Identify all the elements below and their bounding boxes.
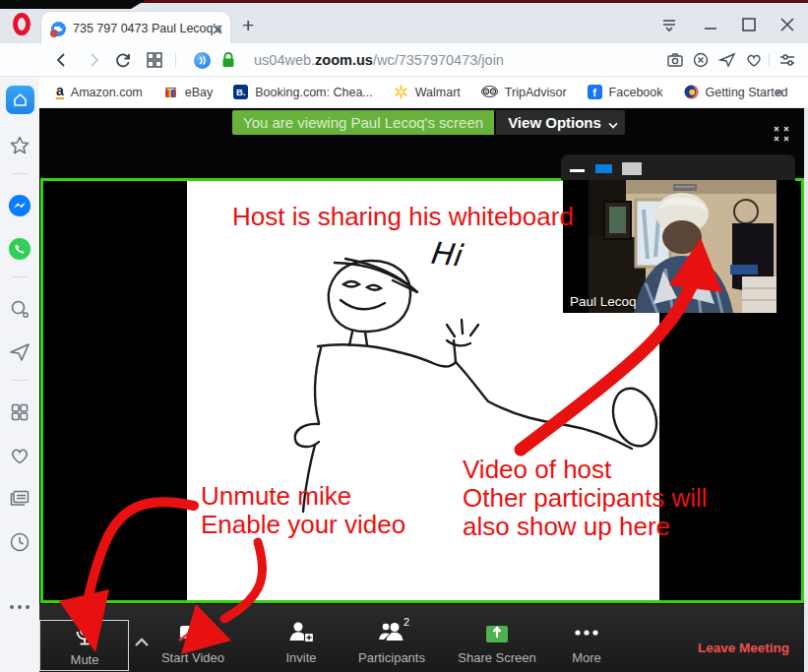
start-video-label: Start Video (161, 650, 224, 665)
background-window-fragment (0, 0, 146, 9)
sidebar-favorites-heart-icon[interactable] (8, 444, 31, 467)
participant-name-label: Paul Lecoq (570, 294, 637, 309)
zoom-toolbar: Mute Start Video Invite 2 (39, 603, 808, 672)
bookmark-label: TripAdvisor (505, 86, 567, 99)
bookmark-getting-started[interactable]: Getting Started (684, 85, 788, 99)
divider (12, 276, 28, 277)
invite-person-icon (287, 620, 315, 645)
amazon-icon: a (56, 85, 64, 99)
firefox-icon (684, 85, 699, 99)
url-path: /wc/7357970473/join (373, 52, 504, 68)
webcam-video-image (589, 180, 777, 313)
sidebar-search-icon[interactable] (8, 297, 31, 321)
participant-video-tile[interactable]: Paul Lecoq (563, 180, 795, 313)
invite-label: Invite (285, 650, 316, 665)
easy-setup-sliders-icon[interactable] (777, 50, 797, 70)
sidebar-whatsapp-icon[interactable] (8, 237, 31, 261)
view-options-button[interactable]: View Options (496, 110, 625, 135)
participants-label: Participants (358, 650, 425, 665)
walmart-icon (394, 85, 408, 99)
reload-icon[interactable] (113, 50, 133, 70)
share-screen-icon (484, 620, 510, 645)
bookmark-facebook[interactable]: f Facebook (588, 85, 663, 99)
secure-lock-icon[interactable] (220, 51, 236, 69)
tab-zoom-meeting[interactable]: 735 797 0473 Paul Lecoq's (41, 12, 230, 46)
back-icon[interactable] (52, 50, 72, 70)
more-button[interactable]: More (541, 620, 632, 672)
view-options-label: View Options (508, 114, 601, 131)
minimize-button[interactable] (701, 15, 720, 34)
forward-icon[interactable] (84, 50, 103, 70)
tab-menu-icon[interactable] (659, 15, 679, 34)
more-dots-icon (572, 620, 601, 645)
microphone-icon (74, 620, 95, 647)
facebook-icon: f (588, 85, 602, 99)
sidebar-news-icon[interactable] (8, 487, 31, 511)
maximize-button[interactable] (739, 15, 759, 34)
bookmark-tripadvisor[interactable]: TripAdvisor (481, 86, 567, 99)
leave-meeting-button[interactable]: Leave Meeting (679, 641, 808, 655)
bookmark-amazon[interactable]: a Amazon.com (56, 85, 143, 99)
participants-button[interactable]: 2 Participants (346, 620, 437, 672)
minimize-thumbnails-icon[interactable] (570, 169, 585, 172)
bookmark-label: Walmart (415, 86, 461, 99)
sidebar-my-flow-icon[interactable] (8, 340, 31, 364)
tripadvisor-icon (481, 86, 498, 98)
ad-blocker-icon[interactable] (691, 50, 711, 70)
bookmarks-overflow-button[interactable]: » (776, 83, 783, 99)
url-domain: zoom.us (315, 52, 373, 68)
bookmark-heart-icon[interactable] (744, 50, 764, 70)
start-video-button[interactable]: Start Video (148, 620, 238, 672)
bookmark-booking[interactable]: B. Booking.com: Chea... (233, 85, 373, 99)
ebay-icon (163, 85, 178, 99)
my-flow-icon[interactable] (717, 50, 737, 70)
bookmark-label: Booking.com: Chea... (255, 86, 373, 99)
divider (12, 380, 28, 381)
participants-count-badge: 2 (404, 616, 409, 628)
mute-label: Mute (71, 652, 99, 667)
new-tab-button[interactable]: + (242, 15, 254, 35)
sidebar-speed-dial-button[interactable] (6, 86, 34, 114)
share-screen-label: Share Screen (458, 650, 536, 665)
divider (175, 53, 176, 67)
video-camera-slash-icon (177, 620, 209, 645)
address-bar: us04web.zoom.us/wc/7357970473/join (0, 43, 808, 77)
sidebar-history-clock-icon[interactable] (8, 530, 31, 554)
tab-bar: 735 797 0473 Paul Lecoq's + (0, 3, 808, 43)
fullscreen-icon[interactable] (773, 125, 790, 143)
chevron-down-icon (608, 119, 617, 128)
viewing-banner: You are viewing Paul Lecoq's screen View… (232, 110, 625, 135)
url-text[interactable]: us04web.zoom.us/wc/7357970473/join (254, 52, 504, 68)
mute-button[interactable]: Mute (39, 620, 130, 672)
bookmark-label: eBay (185, 86, 214, 99)
snapshot-camera-icon[interactable] (665, 50, 685, 70)
sidebar-more-dots-icon[interactable] (10, 605, 30, 609)
sidebar-messenger-icon[interactable] (8, 194, 31, 217)
browser-window: 735 797 0473 Paul Lecoq's + (0, 0, 808, 672)
more-label: More (572, 650, 601, 665)
invite-button[interactable]: Invite (256, 620, 346, 672)
thumbnail-view-active-icon[interactable] (595, 164, 612, 173)
bookmark-label: Facebook (609, 86, 663, 99)
opera-sidebar (0, 77, 39, 672)
divider (769, 53, 770, 67)
share-screen-button[interactable]: Share Screen (452, 620, 542, 672)
large-view-icon[interactable] (622, 162, 642, 175)
video-panel-controls (561, 154, 795, 180)
booking-icon: B. (233, 85, 248, 99)
bookmark-ebay[interactable]: eBay (163, 85, 214, 99)
close-button[interactable] (777, 15, 797, 34)
bookmark-walmart[interactable]: Walmart (394, 85, 461, 99)
whiteboard-hi-text: Hi (427, 234, 463, 273)
start-page-tiles-icon[interactable] (145, 50, 164, 70)
tab-close-icon[interactable] (209, 21, 226, 38)
sidebar-bookmarks-star-icon[interactable] (8, 134, 31, 157)
viewing-banner-text: You are viewing Paul Lecoq's screen (232, 110, 494, 135)
extension-badge-icon[interactable] (194, 52, 211, 69)
url-prefix: us04web. (254, 52, 315, 68)
bookmark-label: Amazon.com (71, 86, 143, 99)
opera-logo-icon[interactable] (13, 13, 31, 35)
bookmarks-bar: a Amazon.com eBay B. Booking.com: Chea..… (0, 77, 808, 108)
window-right-edge (804, 108, 808, 672)
sidebar-extensions-grid-icon[interactable] (8, 400, 31, 424)
